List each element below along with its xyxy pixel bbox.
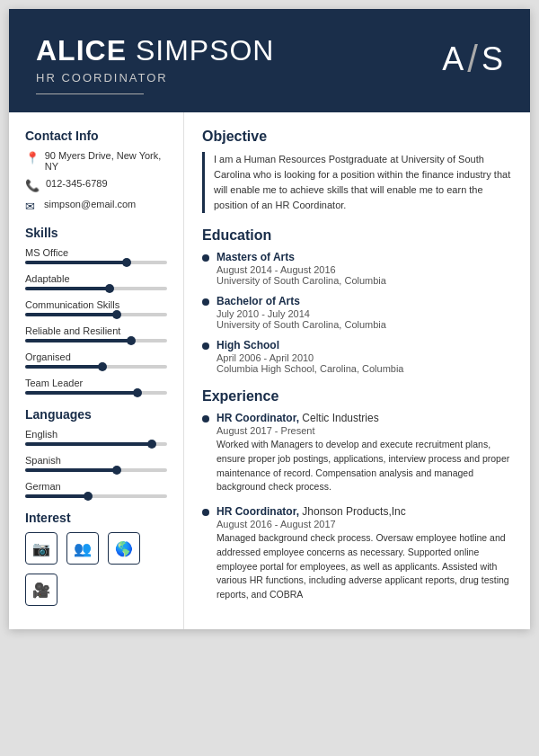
skill-item: Adaptable	[25, 273, 167, 290]
lang-name: German	[25, 481, 167, 492]
bullet-dot	[202, 509, 209, 516]
edu-content: Masters of Arts August 2014 - August 201…	[216, 251, 386, 286]
lang-bar-bg	[25, 494, 167, 498]
edu-content: High School April 2006 - April 2010 Colu…	[216, 339, 404, 374]
experience-section-title: Experience	[202, 388, 512, 405]
skill-name: Adaptable	[25, 273, 167, 284]
skill-name: MS Office	[25, 247, 167, 258]
exp-description: Managed background check process. Oversa…	[216, 531, 512, 602]
skill-bar-bg	[25, 339, 167, 342]
header-section: ALICE SIMPSON HR COORDINATOR A / S	[9, 9, 530, 112]
email-text: simpson@email.com	[44, 199, 136, 209]
skill-bar-fill	[25, 339, 132, 342]
skill-item: Team Leader	[25, 378, 167, 395]
bullet-dot	[202, 415, 209, 422]
exp-content: HR Coordinator, Celtic Industries August…	[216, 412, 512, 494]
skill-name: Communication Skills	[25, 299, 167, 310]
interest-icon-box: 🌎	[108, 532, 140, 565]
bullet-dot	[202, 342, 209, 350]
exp-date: August 2016 - August 2017	[216, 519, 512, 529]
full-name: ALICE SIMPSON	[36, 34, 274, 67]
skill-bar-fill	[25, 287, 110, 290]
lang-bar-bg	[25, 442, 167, 446]
edu-content: Bachelor of Arts July 2010 - July 2014 U…	[216, 295, 386, 330]
lang-bar-fill	[25, 442, 153, 446]
header-divider	[36, 93, 144, 94]
skill-bar-fill	[25, 365, 103, 369]
education-section-title: Education	[202, 227, 512, 244]
right-column: Objective I am a Human Resources Postgra…	[184, 112, 530, 629]
education-item: Bachelor of Arts July 2010 - July 2014 U…	[202, 295, 512, 330]
skill-item: Organised	[25, 351, 167, 369]
interest-icon-box: 👥	[66, 532, 99, 565]
edu-degree: Bachelor of Arts	[216, 295, 386, 307]
exp-content: HR Coordinator, Jhonson Products,Inc Aug…	[216, 505, 512, 602]
language-item: German	[25, 481, 167, 498]
skill-name: Reliable and Resilient	[25, 325, 167, 336]
skill-item: Communication Skills	[25, 299, 167, 316]
skill-item: Reliable and Resilient	[25, 325, 167, 342]
lang-bar-bg	[25, 468, 167, 472]
body-section: Contact Info 📍 90 Myers Drive, New York,…	[9, 112, 530, 629]
contact-phone: 📞 012-345-6789	[25, 178, 167, 192]
experience-item: HR Coordinator, Celtic Industries August…	[202, 412, 512, 494]
objective-section-title: Objective	[202, 129, 512, 145]
phone-text: 012-345-6789	[46, 178, 108, 189]
last-name: SIMPSON	[136, 34, 275, 67]
bullet-dot	[202, 254, 209, 262]
lang-name: Spanish	[25, 455, 167, 466]
skill-name: Team Leader	[25, 378, 167, 388]
languages-list: English Spanish German	[25, 429, 167, 498]
initial-last: S	[482, 40, 503, 78]
exp-title: HR Coordinator, Jhonson Products,Inc	[216, 505, 512, 518]
exp-company: Celtic Industries	[302, 412, 378, 424]
exp-description: Worked with Managers to develop and exec…	[216, 438, 512, 494]
address-text: 90 Myers Drive, New York, NY	[45, 150, 167, 172]
exp-company: Jhonson Products,Inc	[302, 505, 405, 518]
skills-section-title: Skills	[25, 226, 167, 240]
phone-icon: 📞	[25, 179, 40, 192]
interest-section-title: Interest	[25, 511, 167, 525]
edu-degree: Masters of Arts	[216, 251, 386, 263]
skill-bar-fill	[25, 391, 138, 395]
resume-document: ALICE SIMPSON HR COORDINATOR A / S Conta…	[9, 9, 530, 629]
languages-section-title: Languages	[25, 407, 167, 422]
email-icon: ✉	[25, 200, 38, 213]
lang-name: English	[25, 429, 167, 440]
edu-school: University of South Carolina, Columbia	[216, 275, 386, 286]
skill-bar-fill	[25, 313, 118, 316]
first-name: ALICE	[36, 34, 127, 67]
experience-item: HR Coordinator, Jhonson Products,Inc Aug…	[202, 505, 512, 602]
left-column: Contact Info 📍 90 Myers Drive, New York,…	[9, 112, 184, 629]
language-item: English	[25, 429, 167, 446]
exp-date: August 2017 - Present	[216, 425, 512, 436]
edu-date: August 2014 - August 2016	[216, 264, 386, 275]
initials-monogram: A / S	[442, 38, 503, 81]
skill-bar-bg	[25, 261, 167, 264]
edu-date: April 2006 - April 2010	[216, 352, 404, 363]
skill-item: MS Office	[25, 247, 167, 264]
edu-school: University of South Carolina, Columbia	[216, 319, 386, 330]
experience-list: HR Coordinator, Celtic Industries August…	[202, 412, 512, 602]
exp-title: HR Coordinator, Celtic Industries	[216, 412, 512, 424]
skill-bar-bg	[25, 391, 167, 395]
interest-icon-box: 🎥	[25, 574, 57, 606]
education-item: Masters of Arts August 2014 - August 201…	[202, 251, 512, 286]
location-icon: 📍	[25, 151, 39, 165]
edu-degree: High School	[216, 339, 404, 351]
skill-bar-fill	[25, 261, 128, 264]
lang-bar-fill	[25, 468, 118, 472]
education-item: High School April 2006 - April 2010 Colu…	[202, 339, 512, 374]
education-list: Masters of Arts August 2014 - August 201…	[202, 251, 512, 374]
edu-date: July 2010 - July 2014	[216, 308, 386, 319]
skill-name: Organised	[25, 351, 167, 362]
interest-icons-container: 📷👥🌎🎥	[25, 532, 167, 606]
skill-bar-bg	[25, 313, 167, 316]
bullet-dot	[202, 298, 209, 306]
slash-divider: /	[467, 38, 478, 81]
header-left: ALICE SIMPSON HR COORDINATOR	[36, 34, 274, 94]
interest-icon-box: 📷	[25, 532, 57, 565]
skills-list: MS Office Adaptable Communication Skills…	[25, 247, 167, 395]
contact-email: ✉ simpson@email.com	[25, 199, 167, 213]
contact-section-title: Contact Info	[25, 129, 167, 143]
